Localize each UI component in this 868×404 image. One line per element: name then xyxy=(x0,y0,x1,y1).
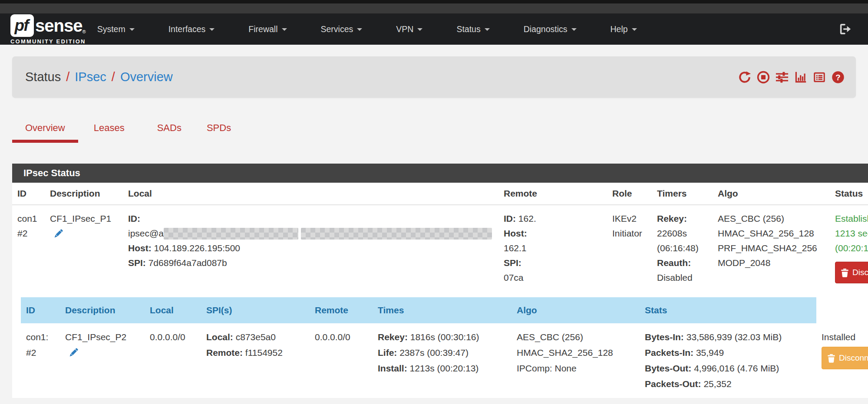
sign-out-icon[interactable] xyxy=(838,23,851,36)
child-sa-table: ID Description Local SPI(s) Remote Times… xyxy=(21,297,868,398)
child-id: con1: xyxy=(26,329,55,345)
local-id-value: ipsec@a xyxy=(128,228,164,238)
col-header-local: Local xyxy=(145,297,201,323)
cell-description: CF1_IPsec_P2 xyxy=(60,323,145,398)
algo-integrity: HMAC_SHA2_256_128 xyxy=(517,345,634,361)
cell-id: con1: #2 xyxy=(21,323,60,398)
nav-item-status[interactable]: Status xyxy=(456,24,489,34)
breadcrumb-link-overview[interactable]: Overview xyxy=(120,70,173,84)
nav-item-label: Diagnostics xyxy=(524,24,568,34)
ipsec-status-panel: IPsec Status ID Description Local Remote… xyxy=(12,164,868,398)
cell-remote-subnet: 0.0.0.0/0 xyxy=(310,323,373,398)
nav-item-system[interactable]: System xyxy=(97,24,135,34)
col-header-id: ID xyxy=(12,183,45,205)
help-icon[interactable]: ? xyxy=(832,71,845,84)
col-header-stats: Stats xyxy=(640,297,816,323)
disconnect-button[interactable]: Disconnect xyxy=(835,262,868,283)
ike-description: CF1_IPsec_P1 xyxy=(50,211,118,226)
chevron-down-icon xyxy=(209,28,215,31)
nav-item-help[interactable]: Help xyxy=(611,24,637,34)
algo-dh-group: MODP_2048 xyxy=(718,256,825,270)
ike-id-number: #2 xyxy=(17,226,40,241)
status-age-time: (00:20:13) xyxy=(835,241,868,256)
nav-item-interfaces[interactable]: Interfaces xyxy=(168,24,215,34)
breadcrumb-link-ipsec[interactable]: IPsec xyxy=(75,70,106,84)
redacted-value xyxy=(301,228,492,240)
nav-item-diagnostics[interactable]: Diagnostics xyxy=(524,24,577,34)
rekey-time: (06:16:48) xyxy=(657,241,707,256)
redacted-value xyxy=(536,213,601,224)
chevron-down-icon xyxy=(571,28,577,31)
trash-icon xyxy=(827,354,835,363)
chevron-down-icon xyxy=(632,28,637,31)
bytes-in-value: 33,586,939 (32.03 MiB) xyxy=(686,332,782,342)
svg-text:?: ? xyxy=(835,72,840,82)
packets-out-value: 25,352 xyxy=(703,379,731,389)
pfsense-logo-box: pf xyxy=(10,14,34,37)
cell-algo: AES_CBC (256) HMAC_SHA2_256_128 IPComp: … xyxy=(512,323,640,398)
cell-status: Established 1213 seconds (00:20:13) Disc… xyxy=(830,205,868,291)
spi-remote-label: Remote: xyxy=(206,348,243,358)
chevron-down-icon xyxy=(129,28,135,31)
ike-sa-table: ID Description Local Remote Role Timers … xyxy=(12,183,868,398)
stop-icon[interactable] xyxy=(757,71,770,84)
tab-leases[interactable]: Leases xyxy=(94,122,125,143)
algo-ipcomp: IPComp: None xyxy=(517,361,634,376)
pfsense-logo[interactable]: pf sense ® COMMUNITY EDITION xyxy=(10,14,86,45)
col-header-description: Description xyxy=(45,183,123,205)
redacted-value xyxy=(164,228,298,240)
cell-local-subnet: 0.0.0.0/0 xyxy=(145,323,201,398)
chevron-down-icon xyxy=(282,28,287,31)
rekey-label: Rekey: xyxy=(378,332,408,342)
nav-item-vpn[interactable]: VPN xyxy=(396,24,422,34)
install-label: Install: xyxy=(378,363,407,373)
breadcrumb-section: Status xyxy=(25,70,61,84)
cell-local: ID: ipsec@a Host: 104.189.226.195:500 SP… xyxy=(123,205,498,291)
life-value: 2387s (00:39:47) xyxy=(399,348,469,358)
life-label: Life: xyxy=(378,348,397,358)
breadcrumb-separator: / xyxy=(112,70,115,84)
remote-spi-value: 07ca xyxy=(504,273,524,282)
top-navbar: pf sense ® COMMUNITY EDITION System Inte… xyxy=(0,13,868,45)
col-header-times: Times xyxy=(373,297,512,323)
remote-host-label: Host: xyxy=(504,228,527,238)
nav-item-services[interactable]: Services xyxy=(321,24,363,34)
bar-chart-icon[interactable] xyxy=(794,71,807,84)
tab-sads[interactable]: SADs xyxy=(157,122,182,143)
sliders-icon[interactable] xyxy=(776,71,789,84)
col-header-algo: Algo xyxy=(713,183,830,205)
algo-integrity: HMAC_SHA2_256_128 xyxy=(718,226,825,241)
col-header-remote: Remote xyxy=(310,297,373,323)
page-header-bar: Status / IPsec / Overview xyxy=(12,56,856,98)
nav-menu: System Interfaces Firewall Services VPN … xyxy=(97,24,637,34)
ipsec-tabs: Overview Leases SADs SPDs xyxy=(12,122,868,143)
pencil-icon[interactable] xyxy=(68,347,79,358)
pencil-icon[interactable] xyxy=(53,228,64,240)
cell-description: CF1_IPsec_P1 xyxy=(45,205,123,291)
col-header-remote: Remote xyxy=(498,183,607,205)
disconnect-button-label: Disconnect xyxy=(852,265,868,280)
local-id-label: ID: xyxy=(128,213,140,223)
packets-out-label: Packets-Out: xyxy=(645,379,701,389)
nav-item-firewall[interactable]: Firewall xyxy=(248,24,287,34)
col-header-local: Local xyxy=(123,183,498,205)
ike-id: con1 xyxy=(17,211,40,226)
nav-item-label: Help xyxy=(611,24,628,34)
tab-spds[interactable]: SPDs xyxy=(207,122,231,143)
window-chrome-strip xyxy=(0,0,868,3)
reauth-value: Disabled xyxy=(657,270,707,285)
spi-local-value: c873e5a0 xyxy=(236,332,276,342)
bytes-in-label: Bytes-In: xyxy=(645,332,684,342)
bytes-out-label: Bytes-Out: xyxy=(645,363,691,373)
cell-times: Rekey: 1816s (00:30:16) Life: 2387s (00:… xyxy=(373,323,512,398)
status-state: Established xyxy=(835,211,868,226)
child-sa-container: ID Description Local SPI(s) Remote Times… xyxy=(12,291,868,398)
disconnect-button[interactable]: Disconnect xyxy=(822,347,868,369)
refresh-icon[interactable] xyxy=(738,71,751,84)
ike-sa-row: con1 #2 CF1_IPsec_P1 xyxy=(12,205,868,291)
local-spi-label: SPI: xyxy=(128,258,146,268)
list-icon[interactable] xyxy=(813,71,826,84)
child-id-number: #2 xyxy=(26,345,55,361)
col-header-spis: SPI(s) xyxy=(201,297,310,323)
tab-overview[interactable]: Overview xyxy=(12,122,78,143)
